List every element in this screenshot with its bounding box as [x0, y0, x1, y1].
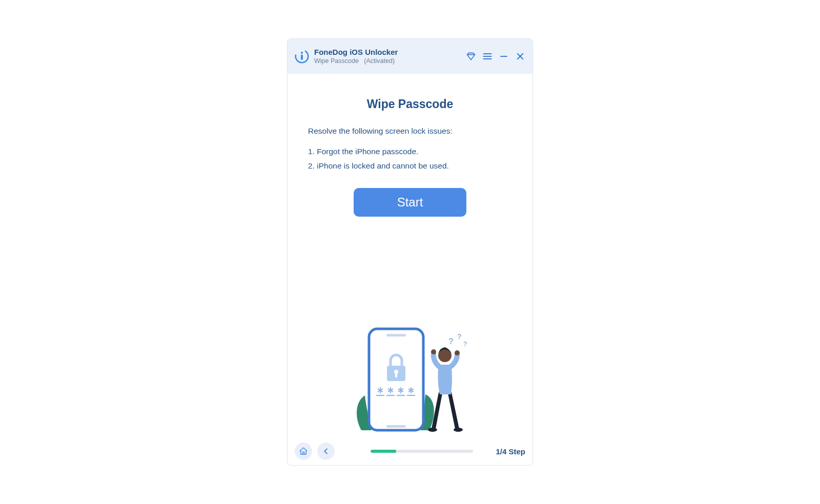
page-title: Wipe Passcode: [308, 97, 512, 111]
step-indicator: 1/4 Step: [496, 447, 525, 456]
svg-point-32: [454, 428, 463, 432]
titlebar: FoneDog iOS Unlocker Wipe Passcode (Acti…: [288, 39, 532, 74]
issue-2: 2. iPhone is locked and cannot be used.: [308, 161, 512, 171]
footer-bar: 1/4 Step: [288, 437, 532, 465]
illustration: ? ? ?: [308, 217, 512, 437]
home-icon: [299, 447, 308, 456]
svg-point-1: [301, 52, 303, 54]
window-controls: [466, 51, 525, 61]
svg-rect-10: [386, 334, 406, 337]
app-title: FoneDog iOS Unlocker: [314, 48, 398, 57]
progress-bar: [371, 450, 473, 453]
close-icon[interactable]: [515, 51, 525, 61]
start-button[interactable]: Start: [354, 188, 466, 217]
back-button[interactable]: [317, 443, 335, 460]
svg-text:?: ?: [448, 337, 454, 346]
svg-rect-2: [301, 55, 303, 60]
chevron-left-icon: [322, 447, 330, 455]
intro-text: Resolve the following screen lock issues…: [308, 127, 512, 136]
svg-rect-14: [395, 373, 397, 377]
title-texts: FoneDog iOS Unlocker Wipe Passcode (Acti…: [314, 48, 398, 65]
minimize-icon[interactable]: [499, 51, 509, 61]
svg-point-33: [431, 349, 436, 354]
mode-label: Wipe Passcode: [314, 57, 359, 65]
issue-1: 1. Forgot the iPhone passcode.: [308, 147, 512, 156]
content-area: Wipe Passcode Resolve the following scre…: [288, 74, 532, 437]
svg-text:?: ?: [457, 332, 462, 341]
diamond-icon[interactable]: [466, 51, 476, 61]
svg-point-34: [455, 350, 460, 355]
svg-rect-11: [386, 425, 406, 428]
app-subtitle: Wipe Passcode (Activated): [314, 57, 398, 66]
app-logo-icon: [295, 49, 309, 64]
app-window: FoneDog iOS Unlocker Wipe Passcode (Acti…: [287, 38, 533, 466]
progress-fill: [371, 450, 396, 453]
home-button[interactable]: [295, 443, 312, 460]
menu-icon[interactable]: [482, 51, 493, 61]
activation-status: (Activated): [364, 57, 395, 65]
svg-text:?: ?: [463, 341, 467, 348]
svg-point-31: [428, 428, 437, 432]
